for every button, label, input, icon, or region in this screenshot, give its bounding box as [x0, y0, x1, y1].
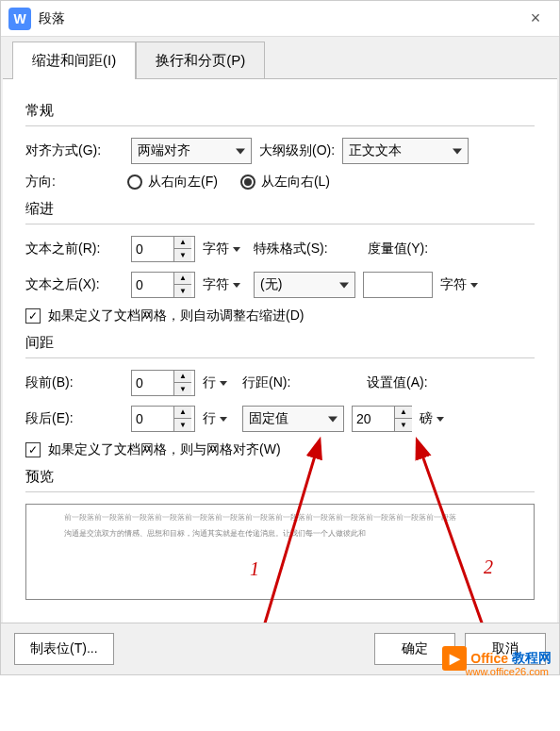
outline-dropdown[interactable]: 正文文本 [342, 138, 469, 164]
line-spacing-value: 固定值 [249, 410, 288, 427]
spin-up-icon[interactable]: ▲ [174, 407, 191, 419]
divider [25, 125, 535, 126]
tab-bar: 缩进和间距(I) 换行和分页(P) [1, 37, 559, 78]
set-value-unit[interactable]: 磅 [420, 410, 444, 427]
before-para-input[interactable] [132, 371, 173, 395]
set-value-label: 设置值(A): [367, 374, 428, 391]
tab-line-page-breaks[interactable]: 换行和分页(P) [136, 42, 265, 79]
spin-up-icon[interactable]: ▲ [174, 371, 191, 383]
dialog-title: 段落 [39, 10, 512, 27]
annotation-2: 2 [484, 557, 493, 578]
checkbox-checked-icon: ✓ [25, 308, 41, 324]
annotation-1: 1 [250, 558, 259, 580]
radio-circle-checked-icon [240, 174, 255, 190]
align-to-grid-checkbox[interactable]: ✓ 如果定义了文档网格，则与网格对齐(W) [25, 441, 535, 458]
preview-text-1: 前一段落前一段落前一段落前一段落前一段落前一段落前一段落前一段落前一段落前一段落… [64, 512, 496, 524]
divider [25, 224, 535, 224]
spin-down-icon[interactable]: ▼ [174, 285, 191, 297]
before-para-unit[interactable]: 行 [203, 374, 227, 391]
watermark-url: www.office26.com [466, 666, 549, 675]
set-value-spinner[interactable]: ▲▼ [352, 406, 412, 432]
line-spacing-dropdown[interactable]: 固定值 [242, 406, 344, 432]
align-to-grid-label: 如果定义了文档网格，则与网格对齐(W) [48, 441, 281, 458]
watermark-text-1: Office [470, 651, 508, 666]
before-para-label: 段前(B): [25, 374, 124, 391]
close-button[interactable]: × [512, 1, 559, 37]
watermark-icon: ▶ [442, 646, 467, 671]
outline-label: 大纲级别(O): [259, 142, 335, 159]
paragraph-dialog: W 段落 × 缩进和间距(I) 换行和分页(P) 常规 对齐方式(G): 两端对… [0, 0, 560, 675]
auto-adjust-indent-label: 如果定义了文档网格，则自动调整右缩进(D) [48, 307, 304, 324]
text-before-unit[interactable]: 字符 [203, 241, 240, 258]
preview-box: 前一段落前一段落前一段落前一段落前一段落前一段落前一段落前一段落前一段落前一段落… [25, 504, 535, 600]
section-spacing: 间距 [25, 334, 535, 352]
tabstops-button[interactable]: 制表位(T)... [14, 633, 114, 665]
after-para-unit[interactable]: 行 [203, 410, 227, 427]
text-after-unit[interactable]: 字符 [203, 276, 240, 293]
spin-up-icon[interactable]: ▲ [174, 237, 191, 249]
app-icon: W [8, 8, 31, 30]
measure-unit[interactable]: 字符 [440, 276, 478, 293]
special-format-dropdown[interactable]: (无) [254, 272, 355, 298]
section-indent: 缩进 [25, 200, 535, 218]
line-spacing-label: 行距(N): [242, 374, 321, 391]
measure-label: 度量值(Y): [368, 241, 429, 258]
special-format-value: (无) [260, 276, 282, 293]
checkbox-checked-icon: ✓ [25, 442, 41, 457]
alignment-dropdown[interactable]: 两端对齐 [131, 138, 252, 164]
direction-label: 方向: [25, 174, 82, 191]
alignment-value: 两端对齐 [138, 142, 190, 159]
divider [25, 357, 535, 358]
text-after-spinner[interactable]: ▲▼ [131, 272, 195, 298]
dialog-content: 常规 对齐方式(G): 两端对齐 大纲级别(O): 正文文本 方向: 从右向左(… [3, 78, 557, 623]
tab-indent-spacing[interactable]: 缩进和间距(I) [12, 42, 136, 79]
spin-down-icon[interactable]: ▼ [174, 419, 191, 431]
spin-down-icon[interactable]: ▼ [174, 383, 191, 395]
radio-circle-icon [127, 174, 142, 190]
alignment-label: 对齐方式(G): [25, 142, 124, 159]
radio-ltr-label: 从左向右(L) [261, 174, 330, 191]
radio-ltr[interactable]: 从左向右(L) [240, 174, 330, 191]
spin-up-icon[interactable]: ▲ [174, 273, 191, 285]
text-before-spinner[interactable]: ▲▼ [131, 236, 195, 262]
radio-rtl-label: 从右向左(F) [148, 174, 218, 191]
section-preview: 预览 [25, 468, 535, 486]
after-para-spinner[interactable]: ▲▼ [131, 406, 195, 432]
measure-input[interactable] [363, 272, 433, 298]
radio-rtl[interactable]: 从右向左(F) [127, 174, 218, 191]
after-para-label: 段后(E): [25, 410, 124, 427]
text-after-input[interactable] [132, 273, 173, 297]
section-general: 常规 [25, 102, 535, 120]
outline-value: 正文文本 [349, 142, 402, 159]
set-value-input[interactable] [353, 407, 394, 431]
before-para-spinner[interactable]: ▲▼ [131, 370, 195, 396]
spin-down-icon[interactable]: ▼ [395, 419, 412, 431]
after-para-input[interactable] [132, 407, 173, 431]
spin-up-icon[interactable]: ▲ [395, 407, 412, 419]
titlebar: W 段落 × [1, 1, 559, 37]
text-before-label: 文本之前(R): [25, 241, 124, 258]
spin-down-icon[interactable]: ▼ [174, 249, 191, 261]
auto-adjust-indent-checkbox[interactable]: ✓ 如果定义了文档网格，则自动调整右缩进(D) [25, 307, 535, 324]
text-before-input[interactable] [132, 237, 173, 261]
watermark-text-2: 教程网 [512, 650, 552, 667]
special-format-label: 特殊格式(S): [254, 241, 328, 258]
preview-text-2: 沟通是交流双方的情感、思想和目标，沟通其实就是在传递消息。让我们每一个人做彼此和 [64, 528, 496, 540]
divider [25, 491, 535, 492]
text-after-label: 文本之后(X): [25, 276, 124, 293]
